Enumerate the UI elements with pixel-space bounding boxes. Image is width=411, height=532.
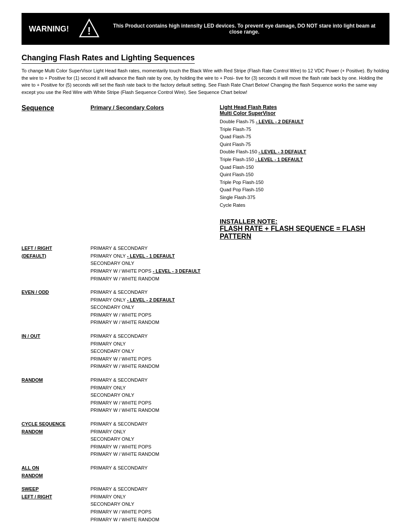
warning-icon: !: [78, 18, 100, 40]
colors-col-header: Primary / Secondary Colors: [90, 104, 220, 240]
seq-row-random: RANDOM PRIMARY & SECONDARY PRIMARY ONLY …: [22, 376, 389, 414]
installer-note: INSTALLER NOTE: FLASH RATE + FLASH SEQUE…: [220, 218, 389, 240]
seq-colors-left-right: PRIMARY & SECONDARY PRIMARY ONLY - LEVEL…: [90, 245, 220, 283]
seq-label-all-on: ALL ON RANDOM: [22, 464, 90, 479]
level-badge: - LEVEL - 3 DEFAULT: [258, 149, 306, 154]
level-badge: - LEVEL - 1 DEFAULT: [255, 157, 303, 162]
seq-label-cycle-sequence: CYCLE SEQUENCE RANDOM: [22, 420, 90, 458]
seq-row-sweep: SWEEP LEFT / RIGHT PRIMARY & SECONDARY P…: [22, 485, 389, 523]
seq-label-sweep: SWEEP LEFT / RIGHT: [22, 485, 90, 523]
seq-colors-cycle-sequence: PRIMARY & SECONDARY PRIMARY ONLY SECONDA…: [90, 420, 220, 458]
warning-box: WARNING! ! This Product contains high in…: [22, 13, 389, 45]
seq-colors-sweep: PRIMARY & SECONDARY PRIMARY ONLY SECONDA…: [90, 485, 220, 523]
seq-colors-in-out: PRIMARY & SECONDARY PRIMARY ONLY SECONDA…: [90, 333, 220, 370]
flash-rates-list: Double Flash-75 - LEVEL - 2 DEFAULT Trip…: [220, 118, 389, 209]
sequence-header: Sequence: [22, 104, 90, 112]
column-headers: Sequence Primary / Secondary Colors Ligh…: [22, 104, 389, 240]
seq-row-even-odd: EVEN / ODD PRIMARY & SECONDARY PRIMARY O…: [22, 289, 389, 327]
seq-row-left-right: LEFT / RIGHT (DEFAULT) PRIMARY & SECONDA…: [22, 245, 389, 283]
seq-colors-all-on: PRIMARY & SECONDARY: [90, 464, 220, 479]
seq-colors-random: PRIMARY & SECONDARY PRIMARY ONLY SECONDA…: [90, 376, 220, 414]
flash-rate-item: Cycle Rates: [220, 202, 389, 209]
flash-rate-item: Double Flash-150 - LEVEL - 3 DEFAULT: [220, 148, 389, 156]
flash-rate-item: Triple Pop Flash-150: [220, 179, 389, 187]
flash-rate-item: Quad Pop Flash-150: [220, 186, 389, 194]
flash-subheader: Multi Color SuperVisor: [220, 110, 389, 116]
warning-text: This Product contains high intensity LED…: [106, 23, 382, 35]
flash-col-header: Light Head Flash Rates Multi Color Super…: [220, 104, 389, 240]
seq-row-in-out: IN / OUT PRIMARY & SECONDARY PRIMARY ONL…: [22, 333, 389, 370]
flash-rate-item: Quad Flash-75: [220, 133, 389, 141]
seq-label-left-right: LEFT / RIGHT (DEFAULT): [22, 245, 90, 283]
installer-title: INSTALLER NOTE:: [220, 218, 389, 225]
seq-row-all-on: ALL ON RANDOM PRIMARY & SECONDARY: [22, 464, 389, 479]
seq-colors-even-odd: PRIMARY & SECONDARY PRIMARY ONLY - LEVEL…: [90, 289, 220, 327]
flash-rate-item: Quad Flash-150: [220, 164, 389, 171]
flash-rate-item: Quint Flash-75: [220, 141, 389, 149]
intro-text: To change Multi Color SuperVisor Light H…: [22, 67, 389, 96]
flash-rate-item: Double Flash-75 - LEVEL - 2 DEFAULT: [220, 118, 389, 126]
level-badge: - LEVEL - 2 DEFAULT: [256, 119, 304, 124]
flash-rate-item: Triple Flash-75: [220, 126, 389, 134]
seq-label-random: RANDOM: [22, 376, 90, 414]
flash-rate-item: Triple Flash-150 - LEVEL - 1 DEFAULT: [220, 156, 389, 164]
warning-label: WARNING!: [29, 25, 72, 34]
svg-text:!: !: [87, 25, 91, 37]
flash-rate-item: Single Flash-375: [220, 194, 389, 202]
seq-label-even-odd: EVEN / ODD: [22, 289, 90, 327]
colors-header: Primary / Secondary Colors: [90, 104, 220, 111]
seq-row-cycle-sequence: CYCLE SEQUENCE RANDOM PRIMARY & SECONDAR…: [22, 420, 389, 458]
seq-label-in-out: IN / OUT: [22, 333, 90, 370]
flash-rate-item: Quint Flash-150: [220, 171, 389, 179]
installer-formula: FLASH RATE + FLASH SEQUENCE = FLASH PATT…: [220, 225, 389, 240]
flash-rates-header: Light Head Flash Rates: [220, 104, 389, 110]
main-heading: Changing Flash Rates and Lighting Sequen…: [22, 53, 195, 64]
sequence-col-header: Sequence: [22, 104, 90, 240]
